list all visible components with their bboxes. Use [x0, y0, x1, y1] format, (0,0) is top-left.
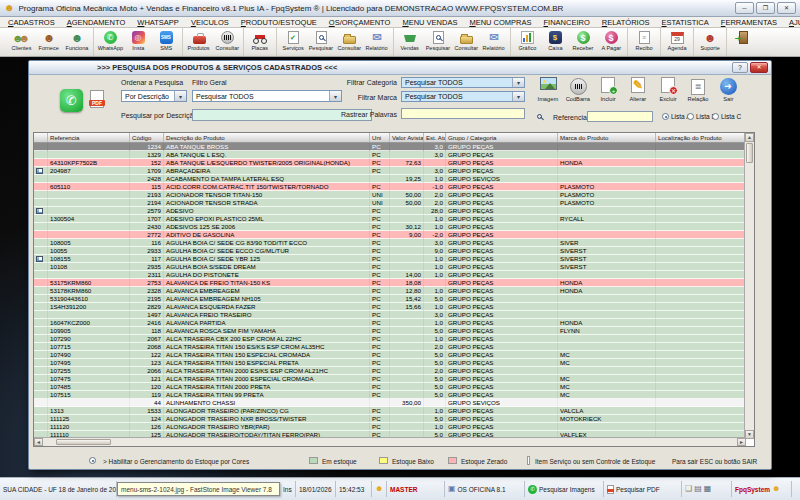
imagem-button[interactable]: Imagem [534, 77, 562, 102]
column-header-price[interactable]: Valor Avista [390, 133, 424, 142]
column-header-uni[interactable]: Uni [370, 133, 390, 142]
table-row[interactable]: 1234ABA TANQUE BROSSPC3,0GRUPO PEÇAS [34, 143, 746, 151]
table-row[interactable]: 107495123ALCA TRASEIRA TITAN 150 ESPECIA… [34, 359, 746, 367]
scroll-left-icon[interactable]: ◄ [34, 438, 43, 446]
table-row[interactable]: 2579ADESIVOPC28,0GRUPO PEÇAS [34, 207, 746, 215]
menu-item-menu-vendas[interactable]: MENU VENDAS [402, 18, 457, 27]
hscroll-thumb[interactable] [56, 439, 111, 445]
scroll-down-icon[interactable]: ▼ [745, 430, 754, 439]
table-row[interactable]: 111120126ALONGADOR TRASEIRO YBR(PAR)PC1,… [34, 423, 746, 431]
column-header-stock[interactable]: Est. Atual [424, 133, 446, 142]
sair-button[interactable]: ➜Sair [714, 77, 742, 102]
category-filter-select[interactable]: Pesquisar TODOS [401, 77, 525, 88]
toolbar-clientes-button[interactable]: ☻☻Clientes [7, 29, 35, 51]
toolbar-relatorio-vendas-button[interactable]: ✉Relatório [480, 29, 508, 51]
column-header-desc[interactable]: Descrição do Produto [164, 133, 370, 142]
table-row[interactable]: 53175KRM8602753ALAVANCA DE FREIO TITAN-1… [34, 279, 746, 287]
table-row[interactable]: 13005041707ADESIVO EPOXI PLASTICO 25MLPC… [34, 215, 746, 223]
scroll-up-icon[interactable]: ▲ [745, 133, 754, 142]
column-header-img[interactable] [34, 133, 48, 142]
column-header-loc[interactable]: Localização do Produto [656, 133, 746, 142]
vscroll-thumb[interactable] [746, 143, 753, 163]
order-select[interactable]: Por Descrição [121, 90, 187, 102]
relação-button[interactable]: ≣Relação [684, 77, 712, 102]
toolbar-consultar-servicos-button[interactable]: Consultar [335, 29, 363, 51]
toolbar-grafico-button[interactable]: Gráfico [513, 29, 541, 51]
toolbar-whatsapp-button[interactable]: ✆WhatsApp [96, 29, 124, 51]
table-row[interactable]: 13131533ALONGADOR TRASEIRO (PAR/ZINCO) C… [34, 407, 746, 415]
table-row[interactable]: 1S4H3912002829ALAVANCA ESQUERDA FAZERPC1… [34, 303, 746, 311]
pdf-export-icon[interactable]: PDF [90, 90, 104, 108]
table-row[interactable]: 531904436102195ALAVANCA EMBREAGEM NH105P… [34, 295, 746, 303]
table-row[interactable]: 16047KCZ0002416ALAVANCA PARTIDAPC1,0GRUP… [34, 319, 746, 327]
table-row[interactable]: 111125124ALONGADOR TRASEIRO NXR BROSS/TW… [34, 415, 746, 423]
table-row[interactable]: 1072902067ALCA TRASEIRA CBX 200 ESP CROM… [34, 335, 746, 343]
incluir-button[interactable]: +Incluir [594, 77, 622, 102]
toolbar-servicos-button[interactable]: ✔Serviços [279, 29, 307, 51]
minimize-icon[interactable]: ─ [735, 2, 754, 14]
menu-item-ajuda[interactable]: AJUDA [789, 18, 800, 27]
table-row[interactable]: 100552933AGULHA BOIA C/ SEDE ECCO CG/ML/… [34, 247, 746, 255]
codbarra-button[interactable]: CodBarra [564, 77, 592, 102]
toolbar-sair-aplicativo-button[interactable] [729, 29, 757, 45]
close-icon[interactable]: ✕ [777, 2, 796, 14]
horizontal-scrollbar[interactable]: ◄ ► [34, 437, 746, 446]
toolbar-funciona-button[interactable]: ☻Funciona [63, 29, 91, 51]
table-row[interactable]: 107515119ALCA TRASEIRA TITAN 99 PRETAPC5… [34, 391, 746, 399]
restore-icon[interactable]: ❐ [756, 2, 775, 14]
help-icon[interactable]: ? [732, 62, 748, 73]
reference-input[interactable] [587, 111, 653, 122]
toolbar-caixa-button[interactable]: $Caixa [541, 29, 569, 51]
column-header-code[interactable]: Código [130, 133, 164, 142]
table-row[interactable]: 2194ACIONADOR TENSOR STRADAUNI50,002,0GR… [34, 199, 746, 207]
menu-item-menu-compras[interactable]: MENU COMPRAS [469, 18, 531, 27]
menu-item-relat-rios[interactable]: RELATÓRIOS [602, 18, 650, 27]
toolbar-suporte-button[interactable]: ☻Suporte [696, 29, 724, 51]
menu-item-produto-estoque[interactable]: PRODUTO/ESTOQUE [241, 18, 317, 27]
table-row[interactable]: 1072552066ALCA TRASEIRA TITAN 2000 ES/KS… [34, 367, 746, 375]
track-words-input[interactable] [401, 108, 525, 119]
toolbar-pesquisar-servicos-button[interactable]: Pesquisar [307, 29, 335, 51]
table-row[interactable]: 2430ADESIVOS 125 SE 2006PC30,121,0GRUPO … [34, 223, 746, 231]
toolbar-consultar-vendas-button[interactable]: Consultar [452, 29, 480, 51]
vertical-scrollbar[interactable]: ▲ ▼ [744, 133, 754, 439]
toolbar-receber-button[interactable]: $Receber [569, 29, 597, 51]
table-row[interactable]: 1497ALAVANCA FREIO TRASEIROPC3,0GRUPO PE… [34, 311, 746, 319]
table-row[interactable]: 2772ADITIVO DE GASOLINAPC9,00-2,0GRUPO P… [34, 231, 746, 239]
toolbar-recibo-button[interactable]: ≡Recibo [630, 29, 658, 51]
toolbar-produtos-button[interactable]: Produtos [185, 29, 213, 51]
table-row[interactable]: 109905118ALAVANCA ROSCA SEM FIM YAMAHAPC… [34, 327, 746, 335]
toolbar-placas-button[interactable]: Placas [246, 29, 274, 51]
alterar-button[interactable]: ✎Alterar [624, 77, 652, 102]
menu-item-veiculos[interactable]: VEICULOS [191, 18, 229, 27]
toolbar-agenda-button[interactable]: 29Agenda [663, 29, 691, 51]
table-row[interactable]: 108005116AGULHA BOIA C/ SEDE CG 83/90 TO… [34, 239, 746, 247]
dialog-close-icon[interactable]: ✕ [750, 62, 768, 73]
table-row[interactable]: 107485120ALCA TRASEIRA TITAN 2000 PRETAP… [34, 383, 746, 391]
menu-item-os-or-amento[interactable]: OS/ORÇAMENTO [329, 18, 391, 27]
menu-item-whatsapp[interactable]: WHATSAPP [137, 18, 179, 27]
toolbar-consultar-produtos-button[interactable]: Consultar [213, 29, 241, 51]
menu-item-ferramentas[interactable]: FERRAMENTAS [721, 18, 777, 27]
toolbar-insta-button[interactable]: ◎Insta [124, 29, 152, 51]
table-row[interactable]: 2311AGULHA DO PISTONETEPC14,001,0GRUPO P… [34, 271, 746, 279]
radio-lista-c[interactable]: Lista C [712, 113, 741, 120]
column-header-group[interactable]: Grupo / Categoria [446, 133, 558, 142]
table-row[interactable]: 1329ABA TANQUE L ESQ.PC3,0GRUPO PEÇAS [34, 151, 746, 159]
scroll-right-icon[interactable]: ► [737, 438, 746, 446]
table-row[interactable]: 64310KPF7502B152ABA TANQUE L/ESQUERDO TW… [34, 159, 746, 167]
menu-item-cadastros[interactable]: CADASTROS [8, 18, 55, 27]
table-row[interactable]: 108155117AGULHA BOIA C/ SEDE YBR 125PC1,… [34, 255, 746, 263]
toolbar-sms-button[interactable]: SMSSMS [152, 29, 180, 51]
menu-item-agendamento[interactable]: AGENDAMENTO [67, 18, 126, 27]
table-row[interactable]: 53178KRM8602328ALAVANCA EMBREAGEMPC12,80… [34, 287, 746, 295]
menu-item-financeiro[interactable]: FINANCEIRO [543, 18, 589, 27]
table-row[interactable]: 2428ACABAMENTO DA TAMPA LATERAL ESQ19,25… [34, 175, 746, 183]
table-row[interactable]: 101082935AGULHA BOIA S/SEDE DREAMPC1,0GR… [34, 263, 746, 271]
table-row[interactable]: 1077152068ALCA TRASEIRA TITAN 150 ES/KS … [34, 343, 746, 351]
table-row[interactable]: 44ALINHAMENTO CHASSI350,00GRUPO SEVIÇOS [34, 399, 746, 407]
table-row[interactable]: 2193ACIONADOR TENSOR TITAN-150UNI50,002,… [34, 191, 746, 199]
excluir-button[interactable]: ✕Excluir [654, 77, 682, 102]
menu-item-estatistica[interactable]: ESTATISTICA [662, 18, 709, 27]
column-header-brand[interactable]: Marca do Produto [558, 133, 656, 142]
